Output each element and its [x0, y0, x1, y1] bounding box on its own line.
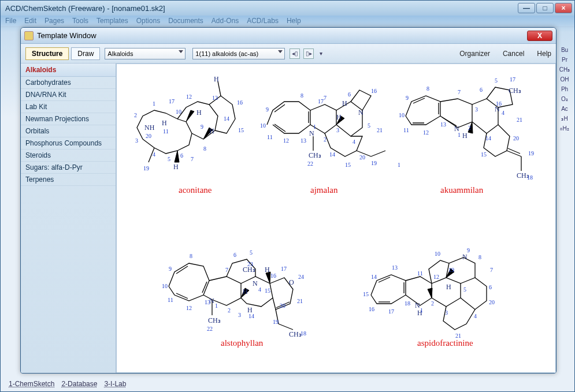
label-aspidofractinine: aspidofractinine: [417, 338, 473, 348]
svg-text:4: 4: [258, 286, 261, 293]
svg-text:1: 1: [458, 132, 461, 138]
svg-text:11: 11: [403, 127, 409, 133]
dialog-title: Template Window: [37, 31, 527, 40]
svg-text:14: 14: [485, 135, 491, 141]
rt-bu[interactable]: Bu: [557, 47, 572, 53]
svg-text:13: 13: [212, 95, 218, 101]
tab-structure[interactable]: Structure: [25, 47, 69, 60]
sidebar-item-carbohydrates[interactable]: Carbohydrates: [21, 77, 116, 89]
prev-page-icon[interactable]: ◂▯: [290, 48, 300, 59]
menu-acdlabs[interactable]: ACD/Labs: [247, 17, 279, 25]
svg-text:15: 15: [238, 127, 244, 133]
svg-text:15: 15: [345, 162, 351, 168]
svg-text:22: 22: [207, 326, 213, 332]
svg-text:19: 19: [528, 150, 534, 156]
svg-text:12: 12: [186, 305, 192, 311]
svg-text:10: 10: [399, 112, 405, 118]
structure-aconitane[interactable]: NH H H H H H 2 1 3 4 5 7 6 8 9 10 11: [123, 70, 255, 191]
rt-ac[interactable]: Ac: [557, 106, 572, 112]
svg-text:CH₃: CH₃: [509, 87, 521, 95]
rt-8h2[interactable]: ₈H₂: [557, 125, 572, 132]
sidebar-item-dnarna[interactable]: DNA/RNA Kit: [21, 89, 116, 101]
svg-text:5: 5: [368, 122, 370, 129]
rt-ch3[interactable]: CH₃: [557, 66, 572, 73]
svg-text:16: 16: [371, 88, 377, 94]
svg-text:8: 8: [478, 254, 481, 260]
sidebar-item-steroids[interactable]: Steroids: [21, 150, 116, 162]
toolbar-overflow-icon[interactable]: ▾: [317, 48, 324, 59]
svg-text:O: O: [289, 278, 294, 286]
menu-file[interactable]: File: [5, 17, 16, 25]
svg-text:16: 16: [237, 99, 243, 106]
help-link[interactable]: Help: [537, 50, 551, 58]
svg-text:H: H: [265, 266, 270, 274]
app-window: ACD/ChemSketch (Freeware) - [noname01.sk…: [0, 0, 575, 392]
sidebar-item-phosphorus[interactable]: Phosphorus Compounds: [21, 137, 116, 150]
svg-text:6: 6: [348, 91, 351, 98]
page-combo[interactable]: 1(11) alkaloids (ac-as): [192, 48, 285, 59]
sidebar-item-orbitals[interactable]: Orbitals: [21, 125, 116, 137]
menu-help[interactable]: Help: [287, 17, 301, 25]
chevron-down-icon: [278, 50, 283, 53]
svg-text:3: 3: [135, 137, 138, 144]
menu-documents[interactable]: Documents: [168, 17, 203, 25]
page-combo-value: 1(11) alkaloids (ac-as): [195, 50, 258, 57]
category-combo[interactable]: Alkaloids: [105, 48, 186, 59]
svg-text:13: 13: [301, 137, 306, 144]
svg-text:H: H: [162, 119, 167, 127]
structure-ajmalan[interactable]: N N CH₃ H H 18 9 10 11 12 13 8 1 7 2 3 4: [255, 70, 400, 197]
sidebar-item-newman[interactable]: Newman Projections: [21, 113, 116, 125]
svg-line-34: [371, 151, 385, 156]
dialog-body: Alkaloids Carbohydrates DNA/RNA Kit Lab …: [21, 64, 556, 373]
rt-oh[interactable]: OH: [557, 76, 572, 83]
maximize-button[interactable]: □: [536, 3, 554, 13]
cancel-link[interactable]: Cancel: [503, 50, 524, 58]
svg-text:20: 20: [359, 154, 365, 160]
organizer-link[interactable]: Organizer: [459, 50, 490, 58]
svg-text:11: 11: [163, 128, 169, 135]
sidebar-item-labkit[interactable]: Lab Kit: [21, 101, 116, 113]
dialog-actions: Organizer Cancel Help: [459, 50, 551, 58]
menu-tools[interactable]: Tools: [72, 17, 88, 25]
tab-ilab[interactable]: 3-I-Lab: [104, 380, 126, 388]
template-sidebar: Alkaloids Carbohydrates DNA/RNA Kit Lab …: [21, 64, 116, 373]
svg-text:6: 6: [180, 152, 183, 159]
rt-ph[interactable]: Ph: [557, 86, 572, 92]
svg-text:10: 10: [435, 251, 440, 257]
svg-text:1: 1: [313, 124, 316, 130]
tab-chemsketch[interactable]: 1-ChemSketch: [9, 380, 54, 388]
menu-edit[interactable]: Edit: [24, 17, 36, 25]
svg-text:8: 8: [301, 92, 303, 99]
svg-text:H: H: [342, 99, 347, 107]
rt-pr[interactable]: Pr: [557, 57, 572, 63]
sidebar-item-terpenes[interactable]: Terpenes: [21, 174, 116, 186]
nav-tool-icons: ◂▯ ▯▸ ▾: [290, 48, 324, 59]
label-alstophyllan: alstophyllan: [221, 338, 263, 348]
svg-text:6: 6: [489, 284, 492, 290]
tab-draw[interactable]: Draw: [71, 47, 100, 60]
rt-3h[interactable]: ₃H: [557, 115, 572, 122]
svg-text:12: 12: [423, 129, 429, 136]
tab-database[interactable]: 2-Database: [61, 380, 97, 388]
svg-text:4: 4: [474, 313, 477, 319]
svg-text:10: 10: [162, 283, 168, 289]
svg-text:17: 17: [388, 308, 394, 315]
svg-line-68: [507, 151, 521, 156]
close-button[interactable]: ×: [555, 3, 572, 13]
svg-text:20: 20: [489, 299, 495, 305]
svg-text:13: 13: [392, 264, 398, 271]
svg-text:14: 14: [248, 313, 254, 319]
sidebar-item-sugars[interactable]: Sugars: alfa-D-Pyr: [21, 162, 116, 174]
rt-o2[interactable]: O₂: [557, 96, 572, 102]
menu-options[interactable]: Options: [136, 17, 160, 25]
structure-canvas: NH H H H H H 2 1 3 4 5 7 6 8 9 10 11: [116, 64, 556, 373]
dialog-close-button[interactable]: X: [527, 31, 552, 41]
sidebar-heading: Alkaloids: [21, 64, 116, 77]
next-page-icon[interactable]: ▯▸: [303, 48, 314, 59]
minimize-button[interactable]: —: [518, 3, 535, 13]
menu-addons[interactable]: Add-Ons: [212, 17, 239, 25]
structure-akuammilan[interactable]: N N H CH₃ CH₃ 9 10 11 12 13 8 1 7 2 3 4: [394, 70, 544, 203]
menu-templates[interactable]: Templates: [97, 17, 128, 25]
menu-pages[interactable]: Pages: [44, 17, 64, 25]
svg-text:CH₃: CH₃: [309, 151, 321, 159]
